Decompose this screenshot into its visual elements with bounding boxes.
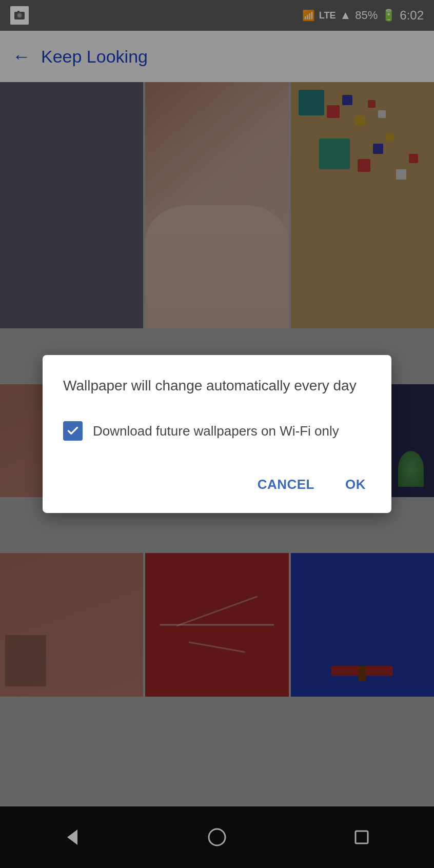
ok-button[interactable]: OK [340, 471, 371, 498]
wifi-only-checkbox[interactable] [63, 421, 83, 441]
checkbox-row[interactable]: Download future wallpapers on Wi-Fi only [63, 421, 371, 441]
dialog: Wallpaper will change automatically ever… [43, 355, 391, 513]
wifi-only-label: Download future wallpapers on Wi-Fi only [93, 423, 339, 439]
cancel-button[interactable]: CANCEL [252, 471, 320, 498]
dialog-actions: CANCEL OK [63, 471, 371, 498]
dialog-message: Wallpaper will change automatically ever… [63, 376, 371, 396]
